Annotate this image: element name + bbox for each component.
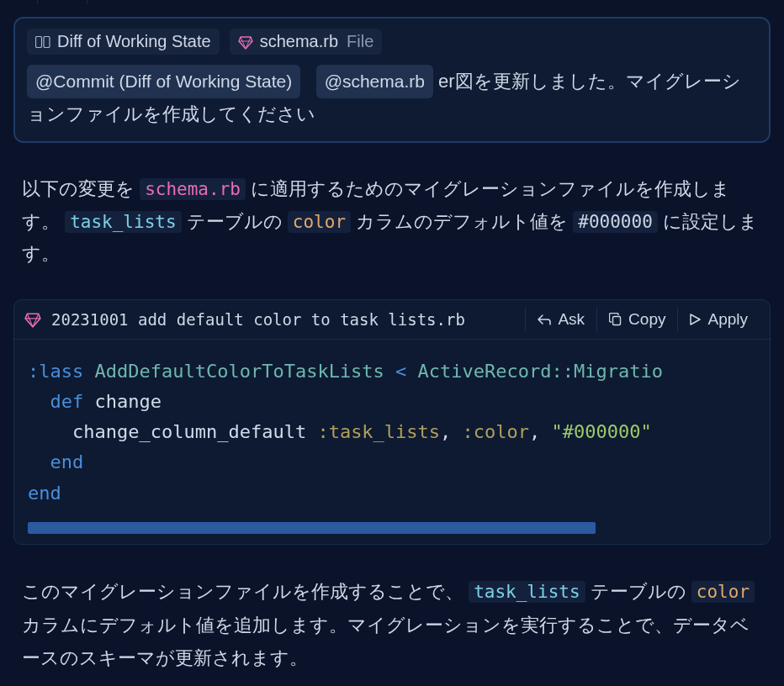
text: テーブルの [591, 581, 691, 602]
context-chips-row: Diff of Working State schema.rb File [27, 29, 757, 55]
code-block: 20231001_add_default_color_to_task_lists… [13, 299, 771, 545]
svg-rect-0 [36, 36, 42, 47]
response-paragraph-2: このマイグレーションファイルを作成することで、 task_lists テーブルの… [7, 545, 777, 675]
tab-bar-stub [7, 0, 777, 5]
text: このマイグレーションファイルを作成することで、 [22, 581, 469, 602]
play-icon [690, 314, 701, 325]
token-keyword: end [28, 483, 61, 504]
mention-schema[interactable]: @schema.rb [316, 65, 433, 98]
user-prompt-box: Diff of Working State schema.rb File @Co… [13, 17, 771, 143]
reply-icon [538, 314, 551, 325]
action-label: Ask [558, 310, 585, 329]
text: テーブルの [187, 211, 288, 232]
token-method: change [95, 391, 162, 412]
token-string: "#000000" [552, 421, 652, 442]
context-chip-tail: File [347, 32, 373, 51]
response-paragraph-1: 以下の変更を schema.rb に適用するためのマイグレーションファイルを作成… [7, 143, 777, 271]
token-call: change_column_default [72, 421, 306, 442]
ruby-icon [24, 311, 41, 328]
svg-line-8 [33, 314, 39, 327]
token-keyword: end [50, 451, 84, 472]
inline-code-column: color [288, 211, 351, 233]
inline-code-schema: schema.rb [140, 178, 246, 200]
context-chip-label: Diff of Working State [57, 32, 211, 51]
token-keyword: :lass [28, 361, 83, 382]
token-classname: AddDefaultColorToTaskLists [94, 361, 384, 382]
text: 以下の変更を [22, 178, 140, 199]
svg-line-7 [27, 314, 33, 327]
token-op: < [395, 361, 406, 382]
inline-code-table: task_lists [469, 581, 585, 603]
code-filename: 20231001_add_default_color_to_task_lists… [51, 310, 515, 329]
context-chip-label: schema.rb [260, 32, 338, 51]
context-chip-file[interactable]: schema.rb File [230, 29, 383, 55]
action-label: Apply [707, 310, 748, 329]
code-actions: Ask Copy Apply [525, 307, 760, 332]
svg-rect-1 [44, 36, 50, 47]
svg-line-3 [241, 37, 246, 49]
token-keyword: def [50, 391, 84, 412]
svg-marker-11 [691, 314, 700, 325]
mention-commit[interactable]: @Commit (Diff of Working State) [27, 65, 300, 98]
token-punct: , [440, 421, 451, 442]
horizontal-scrollbar[interactable] [28, 522, 756, 534]
code-header: 20231001_add_default_color_to_task_lists… [14, 300, 770, 340]
inline-code-column: color [691, 581, 755, 603]
scrollbar-thumb[interactable] [28, 522, 596, 534]
token-punct: , [529, 421, 540, 442]
inline-code-value: #000000 [573, 211, 658, 233]
svg-rect-10 [613, 316, 621, 325]
token-symbol: :color [463, 421, 529, 442]
prompt-body: @Commit (Diff of Working State) @schema.… [27, 65, 757, 129]
copy-button[interactable]: Copy [596, 307, 677, 332]
text: カラムにデフォルト値を追加します。マイグレーションを実行することで、データベース… [22, 615, 750, 669]
ask-button[interactable]: Ask [525, 307, 596, 332]
context-chip-diff[interactable]: Diff of Working State [27, 29, 220, 55]
copy-icon [609, 313, 622, 326]
ruby-icon [238, 34, 253, 50]
apply-button[interactable]: Apply [677, 307, 760, 332]
action-label: Copy [628, 310, 665, 329]
inline-code-table: task_lists [65, 211, 181, 233]
token-symbol: :task_lists [317, 421, 440, 442]
diff-icon [35, 36, 50, 48]
code-body[interactable]: :lass AddDefaultColorToTaskLists < Activ… [14, 340, 770, 515]
token-superclass: ActiveRecord::Migratio [418, 361, 663, 382]
svg-line-4 [246, 37, 251, 49]
text: カラムのデフォルト値を [356, 211, 573, 232]
